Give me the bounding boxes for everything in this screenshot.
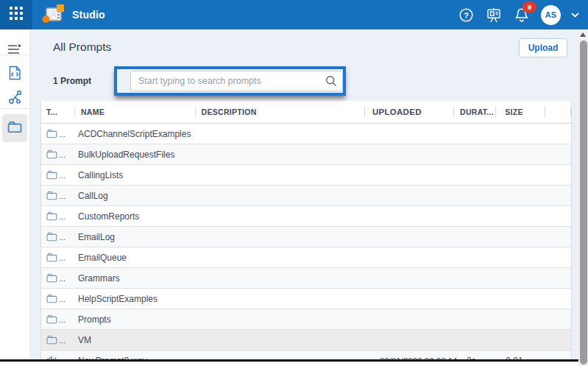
row-name: BulkUploadRequestFiles	[72, 144, 196, 164]
sidebar-divider	[0, 108, 29, 109]
help-icon[interactable]: ?	[457, 6, 475, 24]
sidebar-divider	[0, 54, 29, 55]
scissors-icon	[8, 91, 22, 108]
row-uploaded	[372, 144, 461, 164]
row-size	[500, 268, 543, 288]
folder-icon	[46, 335, 57, 345]
row-name: EmailLog	[72, 227, 196, 247]
user-avatar[interactable]: AS	[541, 5, 561, 25]
row-duration	[461, 144, 500, 164]
table-row[interactable]: ...VM	[41, 330, 571, 351]
upload-button[interactable]: Upload	[519, 38, 567, 57]
sidebar-item-tools[interactable]	[2, 86, 27, 111]
row-duration	[461, 124, 500, 144]
table-row[interactable]: ...EmailQueue	[41, 247, 571, 268]
table-row[interactable]: ...CallingLists	[41, 165, 571, 186]
row-description	[196, 165, 372, 185]
folder-icon	[46, 149, 57, 159]
prompt-table-body: ...ACDChannelScriptExamples...BulkUpload…	[41, 124, 571, 366]
row-size	[500, 165, 543, 185]
chevron-down-icon[interactable]	[571, 13, 579, 18]
row-type-ellipsis: ...	[59, 171, 65, 180]
table-row[interactable]: ...ACDChannelScriptExamples	[41, 124, 571, 144]
row-uploaded	[372, 289, 461, 309]
row-type-ellipsis: ...	[59, 233, 65, 242]
script-list-icon	[7, 43, 22, 58]
folder-icon	[46, 314, 57, 324]
scrollbar-thumb[interactable]	[580, 41, 587, 365]
table-row[interactable]: ...Grammars	[41, 268, 571, 289]
top-bar: Studio ?	[0, 0, 588, 29]
row-duration	[461, 309, 500, 329]
sidebar-item-script-list[interactable]	[2, 38, 27, 63]
row-type-cell: ...	[41, 227, 72, 247]
column-header-uploaded[interactable]: UPLOADED	[365, 101, 454, 123]
row-description	[196, 309, 372, 329]
row-type-cell: ...	[41, 330, 72, 350]
row-name: ACDChannelScriptExamples	[72, 124, 196, 144]
row-size	[500, 309, 543, 329]
folder-icon	[46, 273, 57, 283]
row-name: CallLog	[72, 186, 196, 205]
search-input[interactable]	[130, 71, 343, 91]
column-header-size[interactable]: SIZE	[496, 101, 545, 123]
folder-icon	[46, 170, 57, 180]
row-uploaded	[372, 206, 461, 226]
row-type-cell: ...	[41, 309, 72, 329]
row-size	[500, 227, 543, 247]
row-type-cell: ...	[41, 206, 72, 226]
row-type-cell: ...	[41, 247, 72, 267]
row-type-cell: ...	[41, 268, 72, 288]
presentation-board-icon[interactable]	[485, 6, 503, 24]
search-highlight-annotation	[114, 66, 346, 96]
app-launcher-button[interactable]	[0, 0, 32, 29]
row-description	[196, 124, 372, 144]
row-actions-menu	[543, 227, 571, 247]
row-type-cell: ...	[41, 124, 72, 144]
left-sidebar	[0, 29, 30, 360]
table-row[interactable]: ...CustomReports	[41, 206, 571, 227]
column-header-description[interactable]: DESCRIPTION	[196, 101, 365, 123]
search-icon[interactable]	[325, 75, 337, 90]
table-row[interactable]: ...HelpScriptExamples	[41, 289, 571, 309]
row-description	[196, 268, 372, 288]
row-name: EmailQueue	[72, 247, 196, 267]
row-size	[500, 289, 543, 309]
row-type-ellipsis: ...	[59, 336, 65, 345]
row-uploaded	[372, 309, 461, 329]
row-description	[196, 330, 372, 350]
column-header-duration[interactable]: DURAT...	[454, 101, 496, 123]
column-header-name[interactable]: NAME	[75, 101, 196, 123]
scroll-up-arrow-icon[interactable]	[580, 32, 586, 37]
row-type-ellipsis: ...	[59, 274, 65, 283]
row-description	[196, 289, 372, 309]
table-row[interactable]: ...BulkUploadRequestFiles	[41, 144, 571, 165]
row-type-cell: ...	[41, 186, 72, 205]
column-header-actions	[545, 101, 571, 123]
folder-icon	[46, 211, 57, 221]
sidebar-item-code-files[interactable]	[2, 62, 27, 87]
window-bottom-edge	[0, 359, 588, 362]
notification-badge: 9	[523, 1, 536, 13]
sidebar-item-browse-files[interactable]	[2, 114, 27, 142]
table-row[interactable]: ...Prompts	[41, 309, 571, 330]
row-uploaded	[372, 227, 461, 247]
row-actions-menu	[543, 165, 571, 185]
vertical-scrollbar[interactable]	[578, 29, 588, 366]
table-row[interactable]: ...EmailLog	[41, 227, 571, 247]
row-name: Grammars	[72, 268, 196, 288]
prompt-table: T... NAME DESCRIPTION UPLOADED DURAT... …	[40, 101, 572, 366]
row-uploaded	[372, 124, 461, 144]
folder-icon	[46, 294, 57, 303]
notifications-bell-icon[interactable]: 9	[513, 6, 531, 24]
column-header-type[interactable]: T...	[41, 101, 75, 123]
studio-app-window: Studio ?	[0, 0, 588, 366]
row-type-ellipsis: ...	[59, 253, 65, 262]
row-duration	[461, 186, 500, 205]
code-file-icon	[9, 66, 21, 83]
row-size	[500, 247, 543, 267]
row-size	[500, 124, 543, 144]
table-row[interactable]: ...CallLog	[41, 186, 571, 206]
topbar-actions: ? 9 AS	[457, 5, 588, 25]
row-actions-menu	[543, 268, 571, 288]
